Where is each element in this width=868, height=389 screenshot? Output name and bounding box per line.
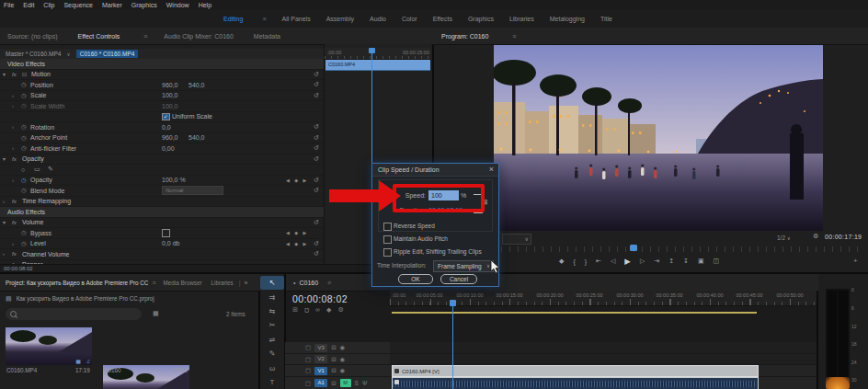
reset-icon[interactable]: ↺: [314, 123, 319, 131]
video-badge-icon[interactable]: ▦: [75, 358, 81, 364]
bypass-checkbox[interactable]: [162, 229, 170, 237]
tab-libraries[interactable]: Libraries: [211, 280, 234, 286]
expand-icon[interactable]: ›: [12, 177, 14, 183]
workspace-graphics[interactable]: Graphics: [468, 16, 494, 22]
reset-icon[interactable]: ↺: [314, 219, 319, 226]
fx-badge-icon[interactable]: fx: [12, 220, 17, 225]
expand-icon[interactable]: ▾: [3, 219, 9, 225]
lock-icon[interactable]: ▢: [305, 356, 311, 363]
ec-row-scale[interactable]: › ◷ Scale 100,0 ↺: [0, 91, 324, 102]
extract-icon[interactable]: ↧: [683, 257, 689, 265]
track-badge[interactable]: V2: [314, 355, 327, 363]
ec-row-blend-mode[interactable]: ◷ Blend Mode Normal ↺: [0, 186, 324, 197]
workspace-editing[interactable]: Editing: [223, 16, 243, 22]
reset-icon[interactable]: ↺: [314, 155, 319, 163]
workspace-title[interactable]: Title: [600, 16, 612, 22]
tab-media-browser[interactable]: Media Browser: [164, 280, 202, 286]
fx-badge-icon[interactable]: fx: [12, 72, 17, 77]
ec-row-scale-width[interactable]: › ◷ Scale Width 100,0: [0, 101, 324, 112]
chevron-down-icon[interactable]: ∨: [66, 51, 70, 57]
export-frame-icon[interactable]: ▣: [698, 257, 704, 265]
slip-tool[interactable]: ⇌: [260, 333, 284, 347]
step-forward-icon[interactable]: ▷: [640, 257, 645, 265]
ripple-edit-tool[interactable]: ⇆: [260, 304, 284, 318]
ok-button[interactable]: OK: [398, 274, 433, 284]
pen-mask-icon[interactable]: ✎: [48, 166, 53, 173]
reset-icon[interactable]: ↺: [314, 240, 319, 247]
rect-mask-icon[interactable]: ▭: [34, 166, 40, 173]
add-marker-icon[interactable]: ◆: [326, 306, 331, 314]
reset-icon[interactable]: ↺: [314, 144, 319, 152]
track-lane-v2[interactable]: [390, 354, 817, 365]
project-item-thumbnail[interactable]: ▦ ♫: [6, 327, 92, 365]
project-item-name[interactable]: C0160.MP4: [6, 367, 37, 373]
panel-menu-icon[interactable]: ≡: [512, 33, 516, 40]
ec-row-bypass[interactable]: ◷ Bypass ◀ ◆ ▶: [0, 228, 324, 239]
ec-row-uniform-scale[interactable]: ✓ Uniform Scale: [0, 112, 324, 123]
level-value[interactable]: 0,0 db: [162, 240, 179, 246]
tab-sequence[interactable]: C0160: [299, 280, 318, 286]
list-view-icon[interactable]: ▦: [153, 310, 159, 317]
expand-icon[interactable]: ›: [3, 251, 9, 257]
workspace-libraries[interactable]: Libraries: [509, 16, 534, 22]
ec-row-opacity[interactable]: › ◷ Opacity 100,0 % ◀ ◆ ▶ ↺: [0, 176, 324, 187]
ec-row-anchor-point[interactable]: ◷ Anchor Point 960,0 540,0 ↺: [0, 133, 324, 144]
workspace-menu-icon[interactable]: ≡: [262, 16, 266, 22]
lock-icon[interactable]: ▢: [305, 380, 311, 387]
menu-marker[interactable]: Marker: [102, 2, 122, 8]
selection-tool[interactable]: ↖: [260, 276, 284, 290]
play-icon[interactable]: ▶: [624, 257, 631, 266]
workspace-effects[interactable]: Effects: [433, 16, 452, 22]
scale-value[interactable]: 100,0: [162, 92, 178, 98]
sync-lock-icon[interactable]: ⊟: [331, 367, 336, 374]
timeline-playhead-marker[interactable]: [450, 300, 456, 306]
razor-tool[interactable]: ✂: [260, 318, 284, 332]
workspace-assembly[interactable]: Assembly: [326, 16, 354, 22]
playback-resolution-dropdown[interactable]: 1/2 ∨: [777, 235, 791, 241]
program-scrub-bar[interactable]: [501, 246, 862, 252]
sync-lock-icon[interactable]: ⊟: [331, 380, 336, 387]
blend-mode-dropdown[interactable]: Normal: [162, 186, 223, 195]
opacity-value[interactable]: 100,0 %: [162, 177, 186, 183]
go-to-in-icon[interactable]: ⇤: [596, 257, 601, 265]
reset-icon[interactable]: ↺: [314, 177, 319, 184]
maintain-audio-pitch-checkbox[interactable]: [383, 235, 392, 244]
fx-badge-icon[interactable]: fx: [12, 251, 17, 257]
keyframe-nav-icons[interactable]: ◀ ◆ ▶: [286, 177, 308, 183]
tab-audio-clip-mixer[interactable]: Audio Clip Mixer: C0160: [164, 33, 233, 40]
toggle-track-output-icon[interactable]: ◉: [340, 344, 346, 351]
lift-icon[interactable]: ↥: [668, 257, 674, 265]
stopwatch-icon[interactable]: ◷: [21, 229, 27, 236]
ec-row-time-remapping[interactable]: › fx Time Remapping: [0, 197, 324, 208]
ec-playhead-marker[interactable]: [369, 48, 375, 53]
rotation-value[interactable]: 0,0: [162, 124, 171, 131]
menu-window[interactable]: Window: [166, 2, 189, 8]
track-badge[interactable]: A1: [314, 379, 327, 387]
toggle-track-output-icon[interactable]: ◉: [340, 356, 346, 363]
mute-button[interactable]: M: [340, 379, 351, 387]
tab-metadata[interactable]: Metadata: [254, 33, 280, 40]
reset-icon[interactable]: ↺: [314, 250, 319, 257]
video-clip[interactable]: C0160.MP4 [V]: [392, 365, 759, 377]
timeline-wrench-icon[interactable]: ⚙: [338, 306, 344, 314]
ec-row-volume[interactable]: ▾ fx Volume ↺: [0, 218, 324, 229]
expand-icon[interactable]: ›: [12, 241, 14, 246]
uniform-scale-checkbox[interactable]: ✓: [162, 113, 170, 121]
type-tool[interactable]: T: [260, 375, 284, 389]
menu-graphics[interactable]: Graphics: [131, 2, 157, 8]
audio-meter-bars[interactable]: [826, 289, 850, 389]
sync-lock-icon[interactable]: ⊟: [331, 344, 336, 351]
anchor-x-value[interactable]: 960,0: [162, 134, 178, 141]
settings-wrench-icon[interactable]: ⚙: [813, 233, 818, 240]
solo-button[interactable]: S: [355, 380, 359, 386]
ec-master-tab[interactable]: Master * C0160.MP4: [6, 51, 61, 57]
project-item-name[interactable]: C0160: [104, 367, 121, 373]
ec-clip-tab[interactable]: C0160 * C0160.MP4: [76, 50, 139, 58]
sync-lock-icon[interactable]: ⊟: [331, 356, 336, 363]
ec-row-position[interactable]: ◷ Position 960,0 540,0 ↺: [0, 80, 324, 91]
stopwatch-icon[interactable]: ◷: [21, 144, 27, 152]
ec-mini-ruler[interactable]: ;00:00 00:00:15:00: [325, 48, 431, 60]
keyframe-nav-icons[interactable]: ◀ ◆ ▶: [286, 241, 308, 246]
position-x-value[interactable]: 960,0: [162, 82, 178, 88]
comparison-view-icon[interactable]: ◫: [714, 257, 720, 265]
